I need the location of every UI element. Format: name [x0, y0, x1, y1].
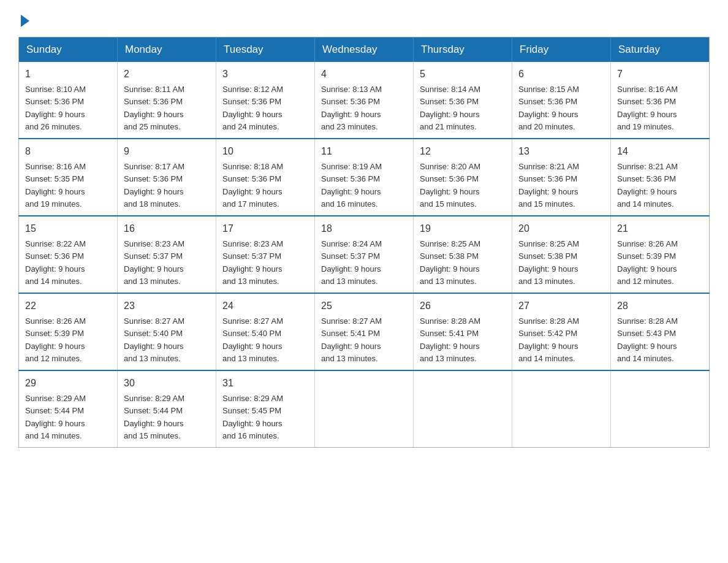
calendar-cell: 1Sunrise: 8:10 AMSunset: 5:36 PMDaylight… [19, 62, 118, 139]
calendar-cell: 20Sunrise: 8:25 AMSunset: 5:38 PMDayligh… [512, 216, 611, 293]
day-info: Sunrise: 8:26 AMSunset: 5:39 PMDaylight:… [617, 239, 678, 286]
day-number: 2 [124, 67, 210, 82]
day-info: Sunrise: 8:10 AMSunset: 5:36 PMDaylight:… [25, 85, 86, 131]
calendar-cell: 31Sunrise: 8:29 AMSunset: 5:45 PMDayligh… [216, 370, 315, 448]
weekday-header-monday: Monday [118, 37, 216, 63]
day-number: 5 [420, 67, 506, 82]
calendar-week-row: 15Sunrise: 8:22 AMSunset: 5:36 PMDayligh… [19, 216, 710, 293]
calendar-week-row: 8Sunrise: 8:16 AMSunset: 5:35 PMDaylight… [19, 139, 710, 216]
day-info: Sunrise: 8:18 AMSunset: 5:36 PMDaylight:… [222, 162, 283, 209]
day-info: Sunrise: 8:28 AMSunset: 5:41 PMDaylight:… [420, 316, 480, 363]
calendar-cell: 26Sunrise: 8:28 AMSunset: 5:41 PMDayligh… [414, 293, 512, 370]
day-number: 15 [25, 221, 111, 236]
calendar-cell: 18Sunrise: 8:24 AMSunset: 5:37 PMDayligh… [315, 216, 414, 293]
weekday-header-sunday: Sunday [19, 37, 118, 63]
day-info: Sunrise: 8:12 AMSunset: 5:36 PMDaylight:… [222, 85, 283, 131]
day-info: Sunrise: 8:27 AMSunset: 5:40 PMDaylight:… [222, 316, 283, 363]
day-info: Sunrise: 8:21 AMSunset: 5:36 PMDaylight:… [617, 162, 678, 209]
logo [18, 12, 29, 25]
day-number: 20 [518, 221, 604, 236]
day-info: Sunrise: 8:22 AMSunset: 5:36 PMDaylight:… [25, 239, 86, 286]
day-number: 26 [420, 299, 506, 313]
calendar-cell: 29Sunrise: 8:29 AMSunset: 5:44 PMDayligh… [19, 370, 118, 448]
calendar-cell: 7Sunrise: 8:16 AMSunset: 5:36 PMDaylight… [611, 62, 710, 139]
day-number: 21 [617, 221, 703, 236]
day-info: Sunrise: 8:16 AMSunset: 5:35 PMDaylight:… [25, 162, 86, 209]
day-info: Sunrise: 8:25 AMSunset: 5:38 PMDaylight:… [518, 239, 579, 286]
day-number: 12 [420, 144, 506, 159]
day-number: 19 [420, 221, 506, 236]
day-number: 9 [124, 144, 210, 159]
day-number: 8 [25, 144, 111, 159]
day-info: Sunrise: 8:29 AMSunset: 5:45 PMDaylight:… [222, 394, 283, 440]
weekday-header-saturday: Saturday [611, 37, 710, 63]
day-number: 4 [321, 67, 407, 82]
calendar-cell: 9Sunrise: 8:17 AMSunset: 5:36 PMDaylight… [118, 139, 216, 216]
calendar-cell [512, 370, 611, 448]
day-info: Sunrise: 8:27 AMSunset: 5:41 PMDaylight:… [321, 316, 382, 363]
calendar-cell: 6Sunrise: 8:15 AMSunset: 5:36 PMDaylight… [512, 62, 611, 139]
calendar-cell: 4Sunrise: 8:13 AMSunset: 5:36 PMDaylight… [315, 62, 414, 139]
calendar-cell: 2Sunrise: 8:11 AMSunset: 5:36 PMDaylight… [118, 62, 216, 139]
calendar-cell [315, 370, 414, 448]
calendar-week-row: 29Sunrise: 8:29 AMSunset: 5:44 PMDayligh… [19, 370, 710, 448]
day-info: Sunrise: 8:15 AMSunset: 5:36 PMDaylight:… [518, 85, 579, 131]
calendar-cell: 10Sunrise: 8:18 AMSunset: 5:36 PMDayligh… [216, 139, 315, 216]
day-number: 25 [321, 299, 407, 313]
calendar-cell: 22Sunrise: 8:26 AMSunset: 5:39 PMDayligh… [19, 293, 118, 370]
day-number: 3 [222, 67, 308, 82]
day-info: Sunrise: 8:21 AMSunset: 5:36 PMDaylight:… [518, 162, 579, 209]
day-info: Sunrise: 8:29 AMSunset: 5:44 PMDaylight:… [124, 394, 184, 440]
calendar-cell: 25Sunrise: 8:27 AMSunset: 5:41 PMDayligh… [315, 293, 414, 370]
day-number: 24 [222, 299, 308, 313]
weekday-header-tuesday: Tuesday [216, 37, 315, 63]
day-number: 6 [518, 67, 604, 82]
calendar-week-row: 1Sunrise: 8:10 AMSunset: 5:36 PMDaylight… [19, 62, 710, 139]
day-number: 16 [124, 221, 210, 236]
calendar-cell: 21Sunrise: 8:26 AMSunset: 5:39 PMDayligh… [611, 216, 710, 293]
calendar-cell: 23Sunrise: 8:27 AMSunset: 5:40 PMDayligh… [118, 293, 216, 370]
day-info: Sunrise: 8:11 AMSunset: 5:36 PMDaylight:… [124, 85, 184, 131]
day-info: Sunrise: 8:20 AMSunset: 5:36 PMDaylight:… [420, 162, 480, 209]
calendar-cell [414, 370, 512, 448]
calendar-cell: 5Sunrise: 8:14 AMSunset: 5:36 PMDaylight… [414, 62, 512, 139]
page-header [18, 12, 710, 25]
calendar-cell: 16Sunrise: 8:23 AMSunset: 5:37 PMDayligh… [118, 216, 216, 293]
day-number: 29 [25, 376, 111, 391]
calendar-week-row: 22Sunrise: 8:26 AMSunset: 5:39 PMDayligh… [19, 293, 710, 370]
day-info: Sunrise: 8:23 AMSunset: 5:37 PMDaylight:… [124, 239, 184, 286]
calendar-header-row: SundayMondayTuesdayWednesdayThursdayFrid… [19, 37, 710, 63]
day-info: Sunrise: 8:23 AMSunset: 5:37 PMDaylight:… [222, 239, 283, 286]
day-info: Sunrise: 8:29 AMSunset: 5:44 PMDaylight:… [25, 394, 86, 440]
calendar-cell: 8Sunrise: 8:16 AMSunset: 5:35 PMDaylight… [19, 139, 118, 216]
calendar-cell: 13Sunrise: 8:21 AMSunset: 5:36 PMDayligh… [512, 139, 611, 216]
calendar-cell: 11Sunrise: 8:19 AMSunset: 5:36 PMDayligh… [315, 139, 414, 216]
day-info: Sunrise: 8:28 AMSunset: 5:43 PMDaylight:… [617, 316, 678, 363]
day-number: 13 [518, 144, 604, 159]
day-info: Sunrise: 8:19 AMSunset: 5:36 PMDaylight:… [321, 162, 382, 209]
calendar-cell: 15Sunrise: 8:22 AMSunset: 5:36 PMDayligh… [19, 216, 118, 293]
day-number: 30 [124, 376, 210, 391]
logo-triangle-icon [21, 15, 29, 27]
day-number: 1 [25, 67, 111, 82]
day-number: 7 [617, 67, 703, 82]
day-number: 11 [321, 144, 407, 159]
day-number: 10 [222, 144, 308, 159]
weekday-header-friday: Friday [512, 37, 611, 63]
day-info: Sunrise: 8:17 AMSunset: 5:36 PMDaylight:… [124, 162, 184, 209]
day-number: 14 [617, 144, 703, 159]
day-info: Sunrise: 8:28 AMSunset: 5:42 PMDaylight:… [518, 316, 579, 363]
calendar-cell: 19Sunrise: 8:25 AMSunset: 5:38 PMDayligh… [414, 216, 512, 293]
calendar-cell: 3Sunrise: 8:12 AMSunset: 5:36 PMDaylight… [216, 62, 315, 139]
calendar-cell: 28Sunrise: 8:28 AMSunset: 5:43 PMDayligh… [611, 293, 710, 370]
calendar-cell: 24Sunrise: 8:27 AMSunset: 5:40 PMDayligh… [216, 293, 315, 370]
calendar-table: SundayMondayTuesdayWednesdayThursdayFrid… [18, 37, 710, 448]
day-number: 22 [25, 299, 111, 313]
day-info: Sunrise: 8:27 AMSunset: 5:40 PMDaylight:… [124, 316, 184, 363]
calendar-cell: 27Sunrise: 8:28 AMSunset: 5:42 PMDayligh… [512, 293, 611, 370]
day-info: Sunrise: 8:13 AMSunset: 5:36 PMDaylight:… [321, 85, 382, 131]
day-info: Sunrise: 8:26 AMSunset: 5:39 PMDaylight:… [25, 316, 86, 363]
calendar-cell: 30Sunrise: 8:29 AMSunset: 5:44 PMDayligh… [118, 370, 216, 448]
day-number: 27 [518, 299, 604, 313]
calendar-cell: 14Sunrise: 8:21 AMSunset: 5:36 PMDayligh… [611, 139, 710, 216]
